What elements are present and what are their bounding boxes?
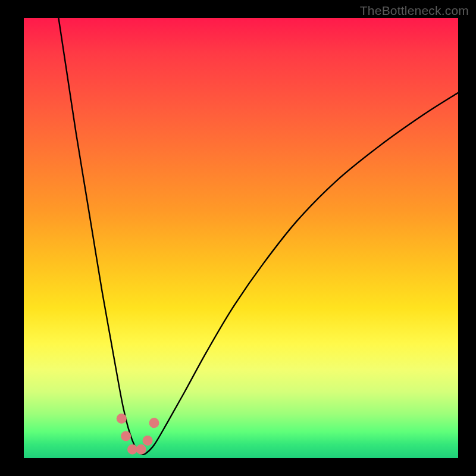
marker-dot xyxy=(149,418,159,428)
marker-dot xyxy=(136,444,146,455)
bottleneck-curve xyxy=(24,18,458,458)
watermark-text: TheBottleneck.com xyxy=(360,4,469,18)
marker-dot xyxy=(121,431,131,441)
chart-frame: TheBottleneck.com xyxy=(0,0,476,476)
plot-area xyxy=(24,18,458,458)
marker-dot xyxy=(117,414,127,424)
marker-dot xyxy=(143,436,153,446)
near-optimum-dots xyxy=(117,414,159,455)
marker-dot xyxy=(127,444,137,455)
